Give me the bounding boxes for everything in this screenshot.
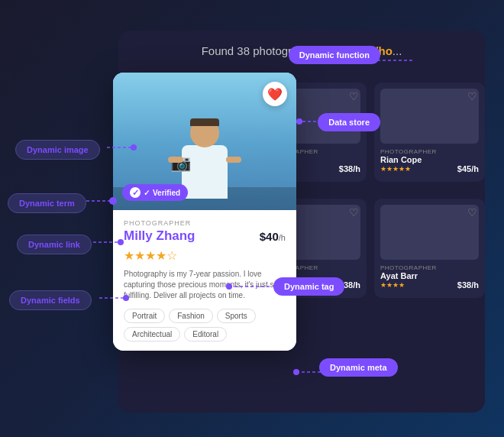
- grid-card-2-rate: $45/h: [457, 164, 479, 173]
- star-2: ★: [134, 248, 145, 263]
- data-store-badge: Data store: [318, 113, 380, 131]
- verified-badge: ✓ Verified: [122, 184, 188, 201]
- grid-card-2-name: Rian Cope: [380, 155, 479, 164]
- tag-fashion[interactable]: Fashion: [169, 309, 213, 323]
- dynamic-meta-badge: Dynamic meta: [319, 358, 398, 377]
- name-rate-row: Milly Zhang $40/h: [124, 228, 286, 244]
- featured-card: 📷 ❤️ ✓ Verified PHOTOGRAPHER Milly Zhang: [113, 73, 296, 351]
- main-scene: Found 38 photographers from $30/ho... ♡ …: [0, 0, 504, 437]
- shirt: 📷: [182, 145, 228, 199]
- grid-card-3-heart[interactable]: ♡: [349, 206, 359, 218]
- grid-card-2-heart[interactable]: ♡: [467, 90, 477, 102]
- grid-card-4-heart[interactable]: ♡: [467, 206, 477, 218]
- dynamic-link-badge: Dynamic link: [17, 235, 92, 254]
- search-ellipsis: ...: [393, 44, 402, 57]
- head: [190, 118, 219, 147]
- stars-row: ★ ★ ★ ★ ☆: [124, 248, 286, 263]
- tag-sports[interactable]: Sports: [217, 309, 256, 323]
- heart-badge[interactable]: ❤️: [263, 82, 287, 106]
- arm-left: [168, 157, 183, 163]
- star-1: ★: [124, 248, 134, 263]
- photographer-rate: $40/h: [260, 230, 286, 243]
- dynamic-fields-badge: Dynamic fields: [9, 290, 92, 310]
- tag-architectual[interactable]: Architectual: [124, 327, 180, 342]
- dynamic-function-badge: Dynamic function: [289, 46, 380, 64]
- heart-icon: ❤️: [267, 87, 283, 102]
- grid-card-1-heart[interactable]: ♡: [349, 90, 359, 102]
- camera-icon: 📷: [170, 153, 191, 173]
- photographer-description: Photography is my 7-year passion. I love…: [124, 269, 286, 301]
- featured-card-photo: 📷 ❤️ ✓ Verified: [113, 73, 296, 210]
- star-3: ★: [145, 248, 156, 263]
- grid-card-2-image: [380, 89, 479, 144]
- grid-card-4-image: [380, 205, 479, 260]
- grid-card-4-name: Ayat Barr: [380, 271, 479, 280]
- grid-card-2: ♡ PHOTOGRAPHER Rian Cope ★★★★★ $45/h: [374, 83, 485, 182]
- grid-card-1-rate: $38/h: [339, 164, 360, 173]
- grid-card-4-rate: $38/h: [457, 280, 479, 290]
- grid-card-4: ♡ PHOTOGRAPHER Ayat Barr ★★★★ $38/h: [374, 199, 485, 298]
- grid-card-2-type: PHOTOGRAPHER: [380, 148, 479, 155]
- tag-editoral[interactable]: Editoral: [184, 327, 227, 342]
- photographer-type-label: PHOTOGRAPHER: [124, 219, 286, 227]
- tags-container: Portrait Fashion Sports Architectual Edi…: [124, 309, 286, 342]
- dynamic-tag-badge: Dynamic tag: [273, 277, 344, 296]
- star-5: ☆: [166, 248, 177, 263]
- verified-check: ✓: [144, 189, 150, 197]
- dynamic-term-badge: Dynamic term: [8, 193, 86, 213]
- photographer-figure: 📷: [182, 145, 228, 199]
- tag-portrait[interactable]: Portrait: [124, 309, 165, 323]
- grid-card-4-stars: ★★★★: [380, 281, 405, 289]
- card-body: PHOTOGRAPHER Milly Zhang $40/h ★ ★ ★ ★ ☆…: [113, 210, 296, 351]
- hat: [190, 118, 219, 126]
- grid-card-4-type: PHOTOGRAPHER: [380, 264, 479, 271]
- star-4: ★: [156, 248, 166, 263]
- photographer-name[interactable]: Milly Zhang: [124, 228, 195, 244]
- grid-card-2-stars: ★★★★★: [380, 165, 411, 173]
- arm-right: [226, 157, 241, 163]
- dynamic-image-badge: Dynamic image: [15, 140, 100, 160]
- verified-text: Verified: [153, 189, 180, 197]
